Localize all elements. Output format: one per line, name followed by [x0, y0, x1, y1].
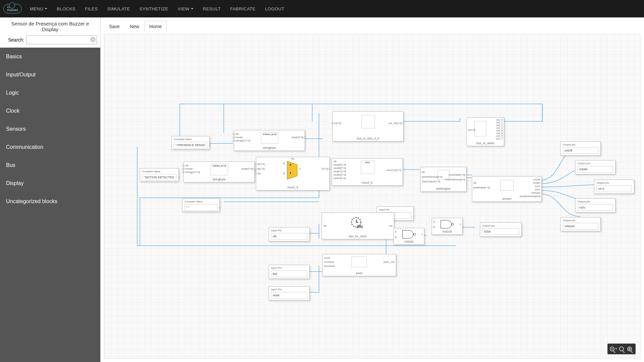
- block-mux4-8[interactable]: MUX clk sinalA[7:0] sinalB[7:0] sinalC[7…: [332, 158, 403, 186]
- block-textengine[interactable]: clk pixelAddress[9:0] charOutput[7:0] pi…: [420, 167, 467, 192]
- svg-marker-0: [287, 161, 297, 179]
- constant-value-input-1[interactable]: [174, 142, 207, 148]
- block-input-reset[interactable]: Input Pin: [269, 286, 310, 300]
- sidebar-item-uncategorized[interactable]: Uncategorized blocks: [0, 192, 100, 210]
- block-stringbyte-2[interactable]: STRING_BYTE clk mudar string[127:0] sbyt…: [183, 162, 255, 182]
- wires: [104, 34, 640, 358]
- output-pin-input-iosdin[interactable]: [578, 166, 613, 173]
- block-output-ioreset[interactable]: Output pin:: [560, 217, 601, 231]
- input-pin-key[interactable]: [271, 270, 307, 277]
- sidebar-item-basics[interactable]: Basics: [0, 48, 100, 66]
- sidebar-item-sensors[interactable]: Sensors: [0, 120, 100, 138]
- tab-home[interactable]: Home: [144, 21, 167, 32]
- mux4-thumb: MUX: [361, 161, 374, 174]
- block-output-iosdin[interactable]: Output pin:: [575, 160, 615, 174]
- sidebar: Sensor de Presença com Buzzer e Display …: [0, 17, 101, 362]
- block-output-iosclk[interactable]: Output pin:: [560, 141, 601, 156]
- nav-logout[interactable]: LOGOUT: [260, 0, 289, 17]
- screen-thumb: [500, 180, 514, 191]
- constant-value-input-3[interactable]: [184, 204, 217, 211]
- clear-search-icon[interactable]: ✕: [90, 37, 96, 42]
- mux-icon: [286, 160, 301, 181]
- logo: ChipInventor: [3, 2, 22, 15]
- nav-blocks[interactable]: BLOCKS: [52, 0, 80, 17]
- output-pin-input-iodc[interactable]: [578, 204, 613, 211]
- tabbar: Save New Home: [101, 17, 644, 32]
- zoom-in-button[interactable]: [626, 345, 634, 353]
- svg-point-2: [414, 233, 416, 235]
- pwm-thumb: [352, 256, 367, 267]
- project-title: Sensor de Presença com Buzzer e Display: [0, 17, 100, 34]
- block-mux2-8[interactable]: A B Se Z 0 1 A[7:0] B[7:0] Se Z[7:0] mux…: [256, 157, 330, 190]
- chevron-down-icon: [191, 8, 194, 9]
- canvas[interactable]: Constant Value STRING_BYTE clk mudar str…: [104, 34, 641, 359]
- output-pin-input-iocs[interactable]: [596, 185, 632, 192]
- chevron-down-icon: [45, 8, 47, 9]
- magnifier-icon: [619, 347, 624, 351]
- sidebar-item-logic[interactable]: Logic: [0, 84, 100, 102]
- nav-synthetize[interactable]: SYNTHETIZE: [135, 0, 173, 17]
- stringbyte-thumb: STRING_BYTE: [261, 132, 278, 144]
- nav-simulate[interactable]: SIMULATE: [103, 0, 135, 17]
- block-constant-1[interactable]: Constant Value: [171, 136, 210, 149]
- topbar: ChipInventor MENU BLOCKS FILES SIMULATE …: [0, 0, 644, 17]
- sidebar-item-display[interactable]: Display: [0, 174, 100, 192]
- chevron-down-icon: [615, 348, 617, 350]
- input-pin-reset[interactable]: [271, 292, 307, 299]
- block-two-hz-clock[interactable]: 2Hz clk out two_hz_clock: [322, 213, 394, 239]
- block-input-clk[interactable]: Input Pin: [269, 227, 310, 241]
- zoom-out-button[interactable]: [609, 345, 618, 353]
- zoom-out-icon: [610, 347, 614, 351]
- block-and2b-1[interactable]: A B Y AND2b: [393, 228, 424, 245]
- bus-to-bus-thumb: [362, 115, 375, 128]
- block-screen[interactable]: clk pixelData[7:0] ioSclk ioSdin ioCs io…: [472, 176, 542, 202]
- block-bus-to-wires[interactable]: in[7:0] out_0 out_1 out_2 out_3 out_4 ou…: [467, 117, 504, 146]
- svg-point-3: [452, 223, 454, 225]
- zoom-controls: [607, 344, 636, 354]
- constant-value-input-2[interactable]: [142, 174, 176, 181]
- block-output-iocs[interactable]: Output pin:: [594, 180, 634, 194]
- sidebar-item-io[interactable]: Input/Output: [0, 66, 100, 84]
- nav-fabricate[interactable]: FABRICATE: [225, 0, 260, 17]
- tab-new[interactable]: New: [125, 21, 144, 32]
- sidebar-item-clock[interactable]: Clock: [0, 102, 100, 120]
- block-pwm[interactable]: clock increase decrease pwm_out pwm: [322, 254, 396, 276]
- output-pin-input-io56[interactable]: [482, 228, 519, 235]
- zoom-in-icon: [627, 347, 632, 351]
- nav-result[interactable]: RESULT: [198, 0, 225, 17]
- stringbyte-thumb: STRING_BYTE: [211, 164, 228, 175]
- output-pin-input-iosclk[interactable]: [563, 147, 598, 154]
- block-stringbyte-1[interactable]: STRING_BYTE clk mudar string[127:0] sbyt…: [234, 130, 305, 151]
- block-input-key[interactable]: Input Pin: [269, 265, 310, 279]
- block-and2b-2[interactable]: A B Y AND2b: [432, 218, 463, 235]
- sidebar-item-bus[interactable]: Bus: [0, 156, 100, 174]
- block-output-iodc[interactable]: Output pin:: [575, 198, 615, 213]
- zoom-fit-button[interactable]: [618, 345, 626, 353]
- and-gate-icon: [402, 230, 417, 239]
- and-gate-icon: [440, 220, 455, 229]
- sidebar-item-communication[interactable]: Communication: [0, 138, 100, 156]
- tab-save[interactable]: Save: [104, 21, 125, 32]
- block-bus-to-bus[interactable]: in[7:0] out_45[1:0] bus_to_bus_4_5: [332, 111, 404, 141]
- nav-menu[interactable]: MENU: [25, 0, 52, 17]
- input-pin-clk[interactable]: [271, 233, 307, 240]
- nav-files[interactable]: FILES: [80, 0, 103, 17]
- block-constant-2[interactable]: Constant Value: [140, 168, 179, 182]
- bus-wires-thumb: [474, 121, 486, 136]
- output-pin-input-ioreset[interactable]: [563, 223, 598, 230]
- block-output-io56[interactable]: Output pin:: [480, 223, 522, 237]
- search-input[interactable]: [26, 36, 97, 44]
- nav-view[interactable]: VIEW: [173, 0, 198, 17]
- block-constant-3[interactable]: Constant Value: [182, 198, 220, 212]
- search-label: Search:: [8, 37, 24, 43]
